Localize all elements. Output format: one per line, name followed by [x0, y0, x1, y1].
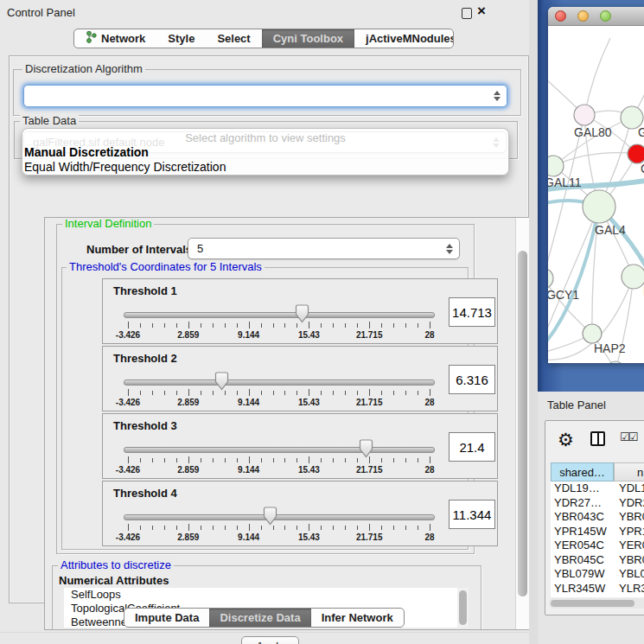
scrollbar-thumb[interactable]: [459, 590, 467, 625]
network-edge[interactable]: [548, 278, 592, 334]
network-edge[interactable]: [584, 38, 610, 115]
slider-tick: [225, 391, 226, 395]
apply-button[interactable]: Apply: [241, 636, 299, 644]
network-node-c[interactable]: [628, 144, 644, 163]
threshold-slider[interactable]: -3.4262.8599.14415.4321.71528: [128, 481, 430, 547]
slider-tick: [249, 456, 250, 463]
network-window-titlebar[interactable]: [548, 7, 644, 26]
attribute-list-item[interactable]: SelfLoops: [64, 588, 457, 602]
slider-tick: [164, 526, 165, 530]
combo-stepper-icon[interactable]: [446, 244, 453, 254]
table-row[interactable]: YIL053CYIL0: [551, 596, 644, 597]
slider-tick: [176, 391, 177, 395]
threshold-value-field[interactable]: 11.344: [449, 500, 495, 529]
threshold-value-field[interactable]: 14.713: [449, 297, 495, 327]
network-node-gcy1[interactable]: [548, 268, 553, 289]
number-of-intervals-combo[interactable]: 5: [188, 238, 460, 259]
algorithm-option[interactable]: Equal Width/Frequency Discretization: [22, 160, 508, 175]
scrollbar-thumb[interactable]: [551, 600, 634, 607]
cell-shared-name: YBR045C: [551, 553, 614, 568]
slider-tick: [201, 391, 201, 395]
tab-style[interactable]: Style: [156, 29, 206, 48]
slider-tick: [296, 391, 297, 395]
close-traffic-light-icon[interactable]: [555, 10, 566, 22]
threshold-slider[interactable]: -3.4262.8599.14415.4321.71528: [128, 414, 430, 480]
network-node-label: GAL80: [574, 125, 612, 139]
slider-tick: [249, 322, 250, 328]
slider-track[interactable]: [124, 379, 435, 386]
panel-gap: [529, 0, 538, 644]
minimize-traffic-light-icon[interactable]: [577, 10, 589, 22]
table-row[interactable]: YPR145WYPR1: [551, 525, 644, 539]
threshold-slider[interactable]: -3.4262.8599.14415.4321.71528: [128, 347, 430, 412]
tab-jactivemnodules[interactable]: jActiveMNodules: [354, 29, 454, 48]
slider-thumb[interactable]: [263, 507, 277, 526]
slider-tick-label: -3.426: [116, 532, 140, 542]
table-row[interactable]: YBL079WYBL0: [551, 567, 644, 582]
table-row[interactable]: YLR345WYLR3: [551, 582, 644, 596]
slider-tick: [201, 458, 201, 462]
slider-track[interactable]: [124, 312, 435, 318]
slider-tick: [201, 526, 201, 530]
network-node-h[interactable]: [622, 265, 644, 289]
tab-impute-data[interactable]: Impute Data: [124, 609, 209, 627]
gear-icon[interactable]: ⚙: [558, 428, 574, 452]
table-row[interactable]: YBR045CYBR0: [551, 553, 644, 568]
slider-tick: [225, 458, 226, 462]
combo-stepper-icon[interactable]: [494, 91, 501, 101]
table-data-group-title: Table Data: [20, 115, 79, 127]
table-horizontal-scrollbar[interactable]: [549, 598, 644, 609]
tab-network[interactable]: Network: [74, 29, 156, 48]
table-row[interactable]: YBR043CYBR0: [551, 510, 644, 525]
float-window-icon[interactable]: [462, 8, 472, 19]
slider-tick: [152, 458, 153, 462]
checkboxes-icon[interactable]: ☑☑: [620, 430, 636, 443]
column-header[interactable]: n: [614, 462, 644, 481]
network-node-gal4[interactable]: [583, 190, 615, 223]
network-edge[interactable]: [553, 153, 637, 166]
slider-tick: [345, 526, 346, 530]
slider-tick: [273, 526, 274, 530]
slider-thumb[interactable]: [295, 304, 309, 323]
tab-cyni-toolbox[interactable]: Cyni Toolbox: [262, 29, 354, 48]
threshold-slider[interactable]: -3.4262.8599.14415.4321.71528: [128, 279, 430, 345]
slider-track[interactable]: [124, 514, 435, 520]
scrollbar-thumb[interactable]: [518, 251, 527, 596]
slider-track[interactable]: [124, 447, 435, 453]
zoom-traffic-light-icon[interactable]: [600, 10, 611, 22]
network-edge[interactable]: [548, 207, 599, 339]
columns-icon[interactable]: [590, 431, 605, 446]
slider-tick: [284, 323, 285, 328]
attributes-list-scrollbar[interactable]: [457, 588, 469, 628]
control-panel-title: Control Panel: [7, 6, 75, 19]
tab-discretize-data[interactable]: Discretize Data: [209, 609, 310, 627]
slider-tick-label: 2.859: [177, 465, 199, 475]
slider-tick: [333, 323, 334, 328]
slider-tick: [418, 391, 418, 395]
slider-tick: [225, 323, 226, 328]
network-canvas[interactable]: GAL80GACGAL11GAL4GCY1HHAP2: [548, 26, 644, 363]
slider-thumb[interactable]: [359, 439, 373, 458]
slider-tick: [405, 526, 406, 530]
table-row[interactable]: YER054CYER0: [551, 539, 644, 553]
table-panel: ⚙ ☑☑ shared…n YDL19…YDL1YDR27…YDR2YBR043…: [545, 420, 644, 615]
table-row[interactable]: YDL19…YDL1: [551, 481, 644, 496]
network-node-gal80[interactable]: [574, 105, 595, 125]
threshold-value-field[interactable]: 21.4: [449, 432, 495, 462]
close-icon[interactable]: ×: [477, 3, 486, 20]
slider-tick-label: -3.426: [116, 398, 140, 407]
cell-name: YIL0: [614, 596, 642, 597]
slider-tick: [357, 323, 358, 328]
slider-tick: [357, 391, 358, 395]
threshold-value-field[interactable]: 6.316: [449, 365, 495, 394]
table-row[interactable]: YDR27…YDR2: [551, 496, 644, 511]
algorithm-option[interactable]: Manual Discretization: [22, 145, 508, 160]
network-node-hap2[interactable]: [583, 324, 602, 343]
network-node[interactable]: [607, 361, 624, 363]
slider-thumb[interactable]: [214, 372, 229, 391]
network-node-gal11[interactable]: [548, 156, 564, 176]
algorithm-combo[interactable]: [23, 85, 507, 107]
tab-infer-network[interactable]: Infer Network: [311, 609, 404, 627]
tab-select[interactable]: Select: [206, 29, 261, 48]
column-header[interactable]: shared…: [551, 462, 614, 481]
